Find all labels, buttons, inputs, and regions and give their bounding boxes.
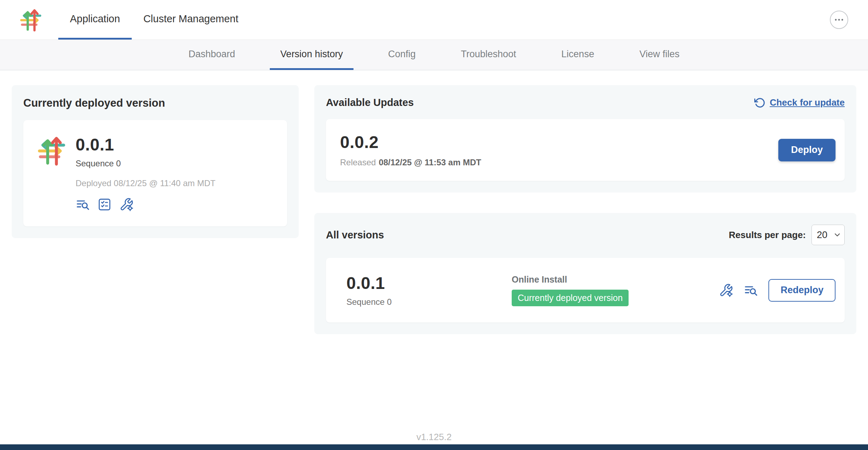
check-for-update-link[interactable]: Check for update <box>754 97 845 108</box>
wrench-gear-icon <box>719 283 733 297</box>
subnav-item-version-history[interactable]: Version history <box>270 40 353 70</box>
row-release-notes-button[interactable] <box>744 283 758 297</box>
update-details: 0.0.2 Released08/12/25 @ 11:53 am MDT <box>340 132 481 167</box>
update-released-line: Released08/12/25 @ 11:53 am MDT <box>340 158 481 167</box>
tab-cluster-management[interactable]: Cluster Management <box>132 0 250 40</box>
right-column: Available Updates Check for update 0.0.2… <box>314 85 856 334</box>
overflow-menu-button[interactable] <box>830 11 848 29</box>
released-prefix: Released <box>340 158 376 167</box>
row-view-config-button[interactable] <box>719 283 733 297</box>
release-notes-icon <box>76 197 90 212</box>
results-per-page-select[interactable]: 20 <box>811 225 845 245</box>
results-per-page-label: Results per page: <box>729 230 806 241</box>
ellipsis-icon <box>833 14 845 26</box>
deployed-action-icons <box>76 197 215 212</box>
version-row-version-col: 0.0.1 Sequence 0 <box>346 273 512 307</box>
refresh-icon <box>754 97 766 108</box>
tab-application[interactable]: Application <box>58 0 132 40</box>
results-per-page: Results per page: 20 <box>729 225 845 245</box>
row-version-number: 0.0.1 <box>346 273 512 293</box>
console-version: v1.125.2 <box>416 432 452 442</box>
install-type-label: Online Install <box>512 274 629 285</box>
deployed-version-details: 0.0.1 Sequence 0 Deployed 08/12/25 @ 11:… <box>76 135 215 212</box>
release-notes-button[interactable] <box>76 197 90 212</box>
bottom-edge-strip <box>0 444 868 450</box>
app-logo-icon <box>36 135 67 166</box>
preflight-checks-button[interactable] <box>97 197 112 212</box>
wrench-gear-icon <box>119 197 133 212</box>
results-per-page-select-wrap: 20 <box>811 225 845 245</box>
row-sequence: Sequence 0 <box>346 297 512 307</box>
subnav-item-troubleshoot[interactable]: Troubleshoot <box>450 40 527 70</box>
view-config-button[interactable] <box>119 197 133 212</box>
all-versions-title: All versions <box>326 229 384 241</box>
top-tabs: Application Cluster Management <box>58 0 250 40</box>
currently-deployed-badge: Currently deployed version <box>512 290 629 306</box>
subnav-item-view-files[interactable]: View files <box>629 40 690 70</box>
redeploy-button[interactable]: Redeploy <box>768 279 836 302</box>
all-versions-card: All versions Results per page: 20 0.0 <box>314 213 856 334</box>
version-row: 0.0.1 Sequence 0 Online Install Currentl… <box>326 258 845 322</box>
app-logo-icon <box>19 8 43 32</box>
available-updates-title: Available Updates <box>326 97 414 108</box>
main-content: Currently deployed version 0.0.1 Sequenc… <box>0 70 868 334</box>
version-row-install-col: Online Install Currently deployed versio… <box>512 274 629 306</box>
subnav-item-dashboard[interactable]: Dashboard <box>178 40 246 70</box>
deployed-version-panel: 0.0.1 Sequence 0 Deployed 08/12/25 @ 11:… <box>23 120 287 226</box>
subnav-item-config[interactable]: Config <box>377 40 426 70</box>
brand <box>19 0 43 40</box>
deployed-card-title: Currently deployed version <box>23 97 287 109</box>
page-footer: v1.125.2 <box>0 432 868 443</box>
update-version-number: 0.0.2 <box>340 132 481 152</box>
deploy-button[interactable]: Deploy <box>778 139 836 161</box>
app-sub-nav: Dashboard Version history Config Trouble… <box>0 40 868 70</box>
deployed-sequence: Sequence 0 <box>76 159 215 168</box>
currently-deployed-card: Currently deployed version 0.0.1 Sequenc… <box>12 85 299 238</box>
deployed-timestamp: Deployed 08/12/25 @ 11:40 am MDT <box>76 178 215 188</box>
released-date: 08/12/25 @ 11:53 am MDT <box>379 158 481 167</box>
update-row: 0.0.2 Released08/12/25 @ 11:53 am MDT De… <box>326 119 845 181</box>
available-updates-card: Available Updates Check for update 0.0.2… <box>314 85 856 193</box>
subnav-item-license[interactable]: License <box>551 40 605 70</box>
release-notes-icon <box>744 283 758 297</box>
checklist-icon <box>97 197 112 212</box>
deployed-version-number: 0.0.1 <box>76 135 215 154</box>
version-row-actions: Redeploy <box>719 279 836 302</box>
top-nav: Application Cluster Management <box>0 0 868 40</box>
check-for-update-label: Check for update <box>770 97 845 108</box>
